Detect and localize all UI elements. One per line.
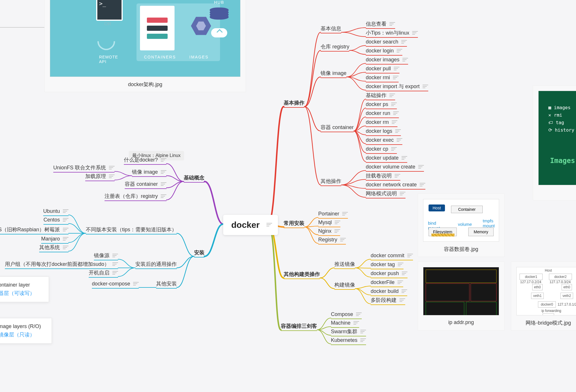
panel-ipaddr[interactable]: ip addr.png xyxy=(418,262,505,331)
notes-icon xyxy=(395,129,401,133)
branch-install[interactable]: 安装 xyxy=(194,250,204,257)
basics-image-1[interactable]: 加载原理 xyxy=(85,174,115,181)
notes-icon xyxy=(391,103,397,107)
orch-0[interactable]: Compose xyxy=(331,312,362,319)
branch-basics[interactable]: 基础概念 xyxy=(184,175,204,183)
ops-g-2[interactable]: 镜像 image xyxy=(321,71,346,78)
install-p-1[interactable]: 用户组（不用每次打docker前面都增加sudo） xyxy=(5,262,118,269)
install-p-0[interactable]: 镜像源 xyxy=(94,253,118,260)
ops-1-1[interactable]: docker login xyxy=(366,48,402,56)
basics-registry[interactable]: 注册表（仓库）registry xyxy=(105,194,166,201)
ops-3-4[interactable]: docker logs xyxy=(366,128,401,136)
ops-0-1[interactable]: 小Tips：win与linux xyxy=(366,30,418,38)
notes-icon xyxy=(340,238,346,242)
node-label: 基本信息 xyxy=(321,26,341,31)
install-versions[interactable]: 不同版本安装（tips：需要知道旧版本） xyxy=(86,227,177,234)
ops-4-3[interactable]: 网络模式说明 xyxy=(366,191,406,198)
notes-icon xyxy=(266,223,272,227)
build-0-1[interactable]: docker tag xyxy=(371,262,403,269)
notes-icon xyxy=(63,218,69,222)
ops-3-2[interactable]: docker run xyxy=(366,111,399,118)
install-v-4[interactable]: 其他系统 xyxy=(39,245,69,252)
node-label: Nginx xyxy=(318,228,331,234)
notes-icon xyxy=(63,237,69,241)
root-node[interactable]: docker xyxy=(223,215,278,235)
basics-image[interactable]: 镜像 image xyxy=(132,169,166,177)
common-3[interactable]: Registry xyxy=(318,237,346,245)
orch-3[interactable]: Kubernetes xyxy=(331,338,366,345)
notes-icon xyxy=(161,170,166,174)
ipaddr-mock xyxy=(423,267,499,315)
build-1-1[interactable]: docker build xyxy=(371,289,407,296)
notes-icon xyxy=(395,174,400,178)
branch-ops[interactable]: 基本操作 xyxy=(284,100,304,108)
build-1-0[interactable]: dockerFile xyxy=(371,280,403,287)
ops-g-4[interactable]: 其他操作 xyxy=(321,179,341,186)
ops-g-0[interactable]: 基本信息 xyxy=(321,26,341,33)
notes-icon xyxy=(112,254,118,258)
ops-3-6[interactable]: docker cp xyxy=(366,146,397,154)
branch-orch[interactable]: 容器编排三剑客 xyxy=(281,323,317,331)
notes-icon xyxy=(392,120,397,124)
build-1-2[interactable]: 多阶段构建 xyxy=(371,298,405,305)
panel-images[interactable]: ▦ images ✕ rmi 🏷 tag ⟳ history Images xyxy=(533,85,576,200)
ops-1-0[interactable]: docker search xyxy=(366,39,407,47)
node-label: docker login xyxy=(366,48,394,54)
orch-1[interactable]: Machine xyxy=(331,320,359,328)
notes-icon xyxy=(335,221,340,225)
basics-what-docker[interactable]: 什么是docker? xyxy=(124,157,166,165)
panel-bridge[interactable]: Host docker1 docker2 127.17.0.2/24 127.1… xyxy=(511,262,576,331)
node-label: Mysql xyxy=(318,219,332,225)
ops-4-2[interactable]: docker network create xyxy=(366,182,425,190)
node-label: Kubernetes xyxy=(331,337,357,343)
ops-3-7[interactable]: docker update xyxy=(366,155,407,163)
branch-build[interactable]: 其他构建类操作 xyxy=(284,272,320,279)
peek-container-layer: ontainer layer 器层（可读写） xyxy=(0,277,49,302)
build-0-0[interactable]: docker commit xyxy=(371,253,413,260)
basics-image-0[interactable]: UnionFS 联合文件系统 xyxy=(53,165,115,173)
notes-icon xyxy=(418,165,424,169)
ops-3-1[interactable]: docker ps xyxy=(366,102,397,109)
ops-4-1[interactable]: 挂载卷说明 xyxy=(366,173,400,181)
orch-2[interactable]: Swarm集群 xyxy=(331,329,366,336)
ops-0-0[interactable]: 信息查看 xyxy=(366,21,395,29)
install-v-2[interactable]: Raspberry Pi OS（旧称Raspbian）树莓派 xyxy=(0,227,69,234)
basics-container[interactable]: 容器 container xyxy=(125,181,166,189)
build-g-1[interactable]: 构建镜像 xyxy=(334,282,355,290)
install-other[interactable]: 其他安装 xyxy=(156,281,177,289)
notes-icon xyxy=(109,175,115,179)
node-label: 基础概念 xyxy=(184,175,204,181)
ops-2-3[interactable]: docker import 与 export xyxy=(366,84,428,91)
build-g-0[interactable]: 推送镜像 xyxy=(334,262,355,269)
ops-4-0[interactable]: docker volume create xyxy=(366,164,424,172)
ops-3-0[interactable]: 基础操作 xyxy=(366,93,395,100)
ops-2-1[interactable]: docker pull xyxy=(366,66,399,73)
install-post[interactable]: 安装后的通用操作 xyxy=(135,262,177,269)
ops-2-0[interactable]: docker images xyxy=(366,57,408,65)
node-label: 安装 xyxy=(194,250,204,255)
common-1[interactable]: Mysql xyxy=(318,220,340,227)
node-label: docker volume create xyxy=(366,164,415,170)
install-v-3[interactable]: Manjaro xyxy=(41,236,69,244)
ops-g-1[interactable]: 仓库 registry xyxy=(321,44,349,52)
common-2[interactable]: Nginx xyxy=(318,228,340,236)
install-p-2[interactable]: 开机自启 xyxy=(89,270,118,278)
ops-3-5[interactable]: docker exec xyxy=(366,137,402,145)
install-o-0[interactable]: docker-compose xyxy=(92,281,139,289)
install-v-1[interactable]: Centos xyxy=(43,217,69,225)
node-label: 镜像 image xyxy=(321,70,346,76)
node-label: docker update xyxy=(366,155,399,161)
notes-icon xyxy=(401,289,407,293)
panel-volume[interactable]: Host Container bindmount volume tmpfsmou… xyxy=(418,194,505,257)
node-label: 小Tips：win与linux xyxy=(366,30,409,36)
ops-2-2[interactable]: docker rmi xyxy=(366,75,399,82)
node-label: 容器 container xyxy=(321,124,354,130)
common-0[interactable]: Portainer xyxy=(318,211,348,219)
install-v-0[interactable]: Ubuntu xyxy=(43,209,69,216)
build-0-2[interactable]: docker push xyxy=(371,271,408,278)
ops-g-3[interactable]: 容器 container xyxy=(321,125,354,132)
panel-arch[interactable]: DAEMON >_ OR ◡ REMOTEAPI CONTAINERS IMAG… xyxy=(44,0,246,92)
notes-icon xyxy=(401,40,407,44)
branch-common[interactable]: 常用安装 xyxy=(284,221,304,228)
ops-3-3[interactable]: docker rm xyxy=(366,120,397,127)
